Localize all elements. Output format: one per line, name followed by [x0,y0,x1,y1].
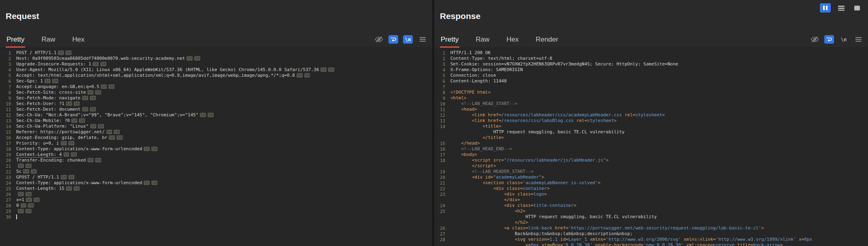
hide-nonprinting-icon[interactable] [810,35,819,44]
crlf-marker: \r [297,73,303,78]
crlf-marker: \n [114,130,120,134]
tab-raw[interactable]: Raw [475,33,490,48]
crlf-marker: \n [95,158,101,162]
editor-menu-icon[interactable] [418,35,427,44]
word-wrap-icon[interactable] [824,35,834,44]
line-number: 15 [0,129,16,135]
request-panel: Request PrettyRawHex \n [0,0,432,246]
code-line: 23GPOST / HTTP/1.1\r\n [0,175,432,180]
code-line: 14Sec-Ch-Ua-Platform: "Linux"\r\n [0,124,432,129]
crlf-marker: \r [66,101,72,106]
crlf-marker: \r [58,50,64,55]
crlf-marker: \n [208,113,214,117]
response-tabs: PrettyRawHexRender [440,33,574,48]
code-line: 23 <div class=logo> [434,191,868,197]
show-newlines-icon[interactable]: \n [839,35,849,44]
crlf-marker: \n [25,209,32,213]
crlf-marker: \n [71,152,77,157]
code-line: 17 <body> [434,152,868,158]
square-layout-icon[interactable] [851,3,862,13]
crlf-marker: \r [18,209,24,213]
response-editor-tools: \n [810,35,863,44]
line-number: 17 [0,141,16,146]
request-header: Request PrettyRawHex \n [0,0,432,48]
line-number: 16 [0,135,16,141]
crlf-marker: \n [151,181,157,185]
line-number: 13 [434,118,450,124]
line-number: 25 [434,208,450,214]
request-editor[interactable]: 1POST / HTTP/1.1\r\n2Host: 0a9f009503cea… [0,48,432,246]
code-line: </h2> [434,220,868,225]
line-number: 4 [434,67,450,73]
rows-layout-icon[interactable] [836,3,847,13]
code-line: 5Connection: close [434,73,868,78]
show-newlines-icon[interactable]: \n [403,35,413,44]
code-line: 6Content-Length: 11448 [434,78,868,84]
line-number: 14 [0,124,16,129]
code-line: y=0px viewBox='0 0 28 30' enable-backgro… [434,242,868,246]
line-number: 15 [434,141,450,146]
crlf-marker: \r [144,181,150,185]
crlf-marker: \n [28,203,34,208]
tab-render[interactable]: Render [535,33,559,48]
response-header: Response PrettyRawHexRender \n [434,0,868,48]
code-line: 11 <head> [434,107,868,112]
code-line: 280\r\n [0,203,432,208]
code-line: 16Accept-Encoding: gzip, deflate, br\r\n [0,135,432,141]
line-number: 12 [434,112,450,118]
response-panel: Response PrettyRawHexRender \n [434,0,868,246]
crlf-marker: \r [21,203,27,208]
crlf-marker: \r [66,186,72,191]
line-number: 1 [434,50,450,56]
pause-icon[interactable] [820,3,831,13]
code-line: 8Sec-Fetch-Site: cross-site\r\n [0,90,432,95]
code-line: 26 <a class=link-back href='https://port… [434,225,868,231]
hide-nonprinting-icon[interactable] [374,35,384,44]
crlf-marker: \n [328,67,334,72]
tab-pretty[interactable]: Pretty [6,33,25,48]
eye-slash-glyph [811,36,819,42]
crlf-marker: \n [108,84,115,89]
crlf-marker: \r [187,56,193,61]
code-line: 3Upgrade-Insecure-Requests: 1\r\n [0,61,432,67]
tab-hex[interactable]: Hex [505,33,519,48]
tab-hex[interactable]: Hex [71,33,85,48]
request-editor-tools: \n [374,35,427,44]
pause-bar [823,6,825,10]
response-editor[interactable]: 1HTTP/1.1 200 OK2Content-Type: text/html… [434,48,868,246]
line-number: 2 [0,56,16,61]
line-number: 9 [0,95,16,101]
crlf-marker: \r [61,175,67,179]
code-line: 26\r\n [0,191,432,197]
line-number: 29 [0,208,16,214]
crlf-marker: \n [74,101,80,106]
code-line: </script> [434,163,868,169]
response-title: Response [440,11,480,21]
crlf-marker: \n [95,90,101,95]
crlf-marker: \n [74,186,80,191]
tab-pretty[interactable]: Pretty [440,33,459,48]
crlf-marker: \n [100,62,106,66]
line-number: 17 [434,152,450,158]
code-line: 18Content-Type: application/x-www-form-u… [0,146,432,152]
crlf-marker: \n [117,135,123,140]
line-number: 10 [0,101,16,107]
line-number: 5 [0,73,16,78]
code-line: 2Host: 0a9f009503ceaa66805ddf74000e0070.… [0,56,432,61]
crlf-marker: \r [23,169,29,174]
code-line: 13Sec-Ch-Ua-Mobile: ?0\r\n [0,118,432,124]
word-wrap-icon[interactable] [388,35,398,44]
crlf-marker: \r [18,164,24,168]
code-line: 27 Back&nbsp;to&nbsp;lab&nbsp;descriptio… [434,231,868,237]
code-line: 2Content-Type: text/html; charset=utf-8 [434,56,868,61]
crlf-marker: \n [25,164,32,168]
crlf-marker: \r [82,96,88,100]
tab-raw[interactable]: Raw [40,33,56,48]
line-number: 2 [434,56,450,61]
line-number: 24 [434,203,450,208]
code-line: 20Transfer-Encoding: chunked\r\n [0,158,432,163]
editor-menu-icon[interactable] [853,35,863,44]
line-number: 6 [0,78,16,84]
rows-glyph [838,5,845,11]
code-line: 7Accept-Language: en-GB,en;q=0.5\r\n [0,84,432,90]
